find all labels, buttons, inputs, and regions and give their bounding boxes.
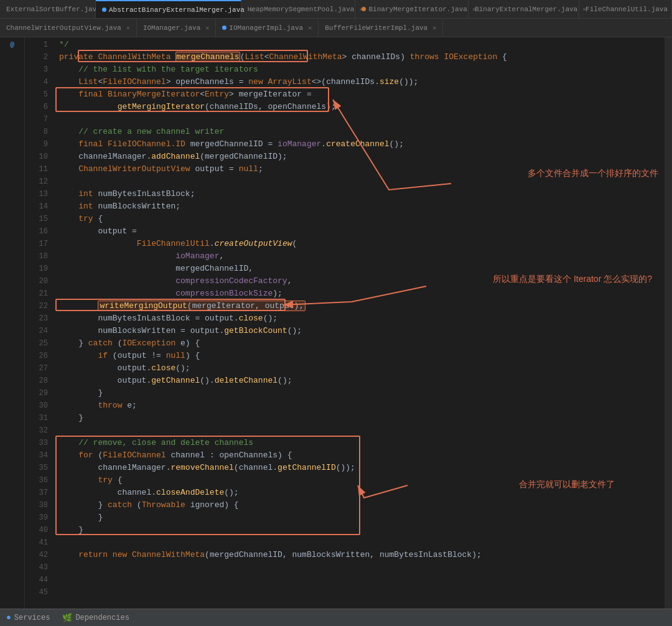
- code-line: }: [59, 412, 665, 424]
- line-num: 24: [25, 325, 48, 337]
- code-line: final FileIOChannel.ID mergedChannelID =…: [59, 138, 665, 151]
- code-line: [59, 113, 665, 126]
- tab-binary-merge-iterator[interactable]: BinaryMergeIterator.java ✕: [355, 0, 469, 18]
- code-line: }: [59, 387, 665, 399]
- code-line: ioManager,: [59, 250, 665, 263]
- line-num: 22: [25, 300, 48, 312]
- tab-label: ExternalSortBuffer.java: [6, 6, 101, 13]
- line-num: 43: [25, 561, 48, 574]
- tab-close[interactable]: ✕: [205, 24, 209, 32]
- code-line: numBlocksWritten = output.getBlockCount(…: [59, 325, 665, 337]
- tab-label: HeapMemorySegmentPool.java: [248, 6, 355, 13]
- code-line: channel.closeAndDelete();: [59, 487, 665, 499]
- tab-close[interactable]: ✕: [432, 24, 436, 32]
- tab-buffer-file-writer[interactable]: BufferFileWriterImpl.java ✕: [319, 19, 443, 37]
- code-content[interactable]: */ private ChannelWithMeta mergeChannels…: [53, 37, 665, 609]
- code-line: }: [59, 512, 665, 524]
- tab-abstract-binary[interactable]: AbstractBinaryExternalMerger.java ✕: [96, 0, 241, 18]
- line-num: 14: [25, 200, 48, 213]
- code-line: getMergingIterator(channelIDs, openChann…: [59, 101, 665, 113]
- code-line: // remove, close and delete channels: [59, 437, 665, 449]
- status-services[interactable]: ● Services: [6, 613, 50, 622]
- code-line: output.getChannel().deleteChannel();: [59, 375, 665, 387]
- code-line: compressionBlockSize);: [59, 287, 665, 300]
- line-num: 25: [25, 337, 48, 350]
- code-line: numBytesInLastBlock = output.close();: [59, 312, 665, 325]
- line-num: 1: [25, 39, 48, 51]
- tab-label: BinaryMergeIterator.java: [368, 6, 467, 13]
- line-num: 29: [25, 387, 48, 399]
- line-num: 40: [25, 524, 48, 536]
- code-line: private ChannelWithMeta mergeChannels(Li…: [59, 51, 665, 63]
- line-num: 7: [25, 113, 48, 126]
- code-line: [59, 175, 665, 188]
- tab-heap-memory[interactable]: HeapMemorySegmentPool.java ✕: [241, 0, 356, 18]
- line-num: 23: [25, 312, 48, 325]
- tab-io-manager-impl[interactable]: IOManagerImpl.java ✕: [216, 19, 319, 37]
- line-num: 32: [25, 424, 48, 437]
- code-line: } catch (IOException e) {: [59, 337, 665, 350]
- code-line: }: [59, 524, 665, 536]
- code-line: List<FileIOChannel> openChannels = new A…: [59, 76, 665, 88]
- tab-label: BinaryExternalMerger.java: [475, 6, 577, 13]
- line-num: 13: [25, 188, 48, 200]
- line-num: 4: [25, 76, 48, 88]
- services-icon: ●: [6, 613, 11, 622]
- line-num: 42: [25, 549, 48, 561]
- dependencies-icon: 🌿: [62, 613, 72, 623]
- dependencies-label: Dependencies: [75, 614, 129, 622]
- line-num: 34: [25, 449, 48, 462]
- code-line: channelManager.removeChannel(channel.get…: [59, 462, 665, 474]
- tab-label: IOManagerImpl.java: [229, 24, 303, 32]
- tab-label: AbstractBinaryExternalMerger.java: [109, 6, 245, 14]
- line-num: 39: [25, 512, 48, 524]
- line-num: 5: [25, 88, 48, 101]
- code-line: return new ChannelWithMeta(mergedChannel…: [59, 549, 665, 561]
- tab-close[interactable]: ✕: [126, 24, 130, 32]
- tab-file-channel-util[interactable]: FileChannelUtil.java ✕: [579, 0, 672, 18]
- scrollbar-right[interactable]: [665, 37, 672, 609]
- line-num: 37: [25, 487, 48, 499]
- line-num: 19: [25, 263, 48, 275]
- tab-label: FileChannelUtil.java: [586, 6, 668, 13]
- code-line: try {: [59, 213, 665, 225]
- tab-binary-external-merger[interactable]: BinaryExternalMerger.java ✕: [469, 0, 579, 18]
- tab-dot: [362, 7, 366, 11]
- code-line: mergedChannelID,: [59, 263, 665, 275]
- code-line: } catch (Throwable ignored) {: [59, 499, 665, 512]
- code-line: [59, 536, 665, 549]
- line-numbers: 1 2 3 4 5 6 7 8 9 10 11 12 13 14 15 16 1…: [25, 37, 53, 609]
- code-line: [59, 424, 665, 437]
- line-num: 10: [25, 151, 48, 163]
- tab-channel-writer[interactable]: ChannelWriterOutputView.java ✕: [0, 19, 137, 37]
- code-line: // the list with the target iterators: [59, 63, 665, 76]
- code-line: if (output != null) {: [59, 350, 665, 362]
- code-line: int numBlocksWritten;: [59, 200, 665, 213]
- line-num: 21: [25, 287, 48, 300]
- code-line: channelManager.addChannel(mergedChannelI…: [59, 151, 665, 163]
- tab-label: IOManager.java: [143, 24, 200, 32]
- line-num: 27: [25, 362, 48, 375]
- line-num: 15: [25, 213, 48, 225]
- code-line: output.close();: [59, 362, 665, 375]
- tab-label: BufferFileWriterImpl.java: [325, 24, 427, 32]
- line-num: 31: [25, 412, 48, 424]
- tab-dot: [222, 26, 226, 30]
- tab-io-manager[interactable]: IOManager.java ✕: [137, 19, 216, 37]
- line-num: 41: [25, 536, 48, 549]
- line-num: 6: [25, 101, 48, 113]
- line-num: 20: [25, 275, 48, 287]
- line-num: 38: [25, 499, 48, 512]
- line-num: 18: [25, 250, 48, 263]
- code-line: throw e;: [59, 399, 665, 412]
- tab-dot: [102, 7, 106, 12]
- code-line: int numBytesInLastBlock;: [59, 188, 665, 200]
- line-num: 28: [25, 375, 48, 387]
- line-num: 44: [25, 574, 48, 586]
- line-num: 16: [25, 225, 48, 238]
- tab-close[interactable]: ✕: [308, 24, 312, 32]
- line-num: 9: [25, 138, 48, 151]
- status-dependencies[interactable]: 🌿 Dependencies: [62, 613, 129, 623]
- tab-external-sort-buffer[interactable]: ExternalSortBuffer.java: [0, 0, 96, 18]
- line-num: 11: [25, 163, 48, 175]
